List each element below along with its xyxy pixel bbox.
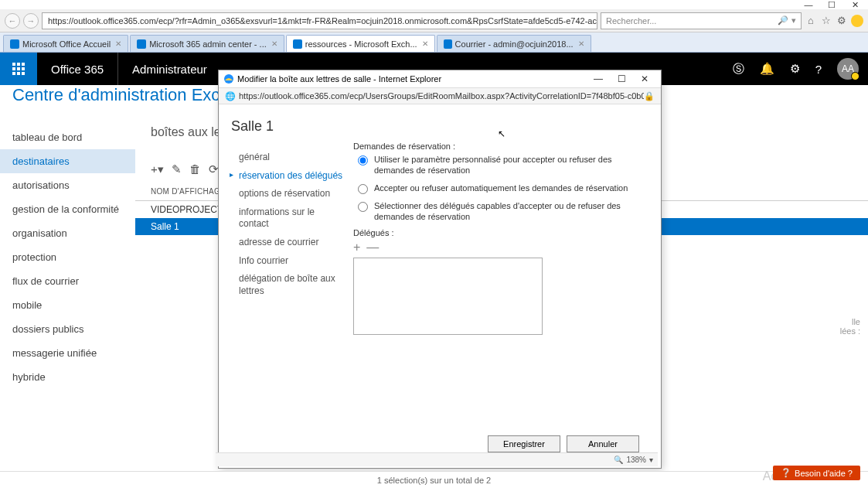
radio-label: Utiliser le paramètre personnalisé pour …: [374, 154, 653, 176]
tab-label: Microsoft 365 admin center - ...: [149, 39, 267, 49]
sidebar-item[interactable]: hybride: [0, 365, 135, 389]
tab-favicon: [444, 39, 452, 49]
radio-option[interactable]: Accepter ou refuser automatiquement les …: [353, 183, 653, 194]
ie-address-bar: ← → https://outlook.office365.com/ecp/?r…: [0, 9, 868, 32]
help-icon[interactable]: ?: [815, 63, 822, 76]
tab-close-icon[interactable]: ✕: [578, 39, 584, 48]
tab-favicon: [10, 39, 19, 49]
tab-close-icon[interactable]: ✕: [115, 39, 121, 48]
minimize-button[interactable]: —: [797, 0, 820, 9]
os-window-controls: — ☐ ✕: [0, 0, 868, 9]
dialog-url-text: https://outlook.office365.com/ecp/UsersG…: [239, 91, 644, 101]
tab-close-icon[interactable]: ✕: [271, 39, 277, 48]
radio-input[interactable]: [358, 202, 368, 212]
forward-button[interactable]: →: [23, 13, 39, 29]
edit-button[interactable]: ✎: [172, 162, 182, 176]
url-field[interactable]: https://outlook.office365.com/ecp/?rfr=A…: [42, 12, 597, 29]
browser-tab[interactable]: Microsoft Office Accueil✕: [3, 35, 128, 52]
avatar[interactable]: AA: [837, 58, 859, 80]
dialog-title-text: Modifier la boîte aux lettres de salle -…: [237, 74, 441, 84]
notifications-icon[interactable]: 🔔: [760, 62, 774, 76]
remove-delegate-button[interactable]: —: [366, 241, 379, 254]
dialog-zoom-bar: 🔍 138% ▾: [216, 452, 658, 466]
radio-option[interactable]: Utiliser le paramètre personnalisé pour …: [353, 154, 653, 176]
app-launcher-button[interactable]: [0, 53, 37, 85]
ie-favicon: [223, 73, 234, 84]
room-name-heading: Salle 1: [231, 118, 347, 135]
dialog-nav-item[interactable]: adresse de courrier: [231, 234, 347, 252]
sidebar-item[interactable]: autorisations: [0, 173, 135, 197]
tab-favicon: [137, 39, 146, 49]
dialog-favicon: 🌐: [225, 91, 236, 101]
radio-label: Accepter ou refuser automatiquement les …: [374, 183, 628, 193]
delegates-listbox[interactable]: [353, 258, 543, 335]
radio-input[interactable]: [358, 184, 368, 194]
search-icon[interactable]: 🔎: [778, 15, 788, 26]
dialog-nav-item[interactable]: Info courrier: [231, 252, 347, 271]
browser-tabs: Microsoft Office Accueil✕Microsoft 365 a…: [0, 32, 868, 53]
delegates-label: Délégués :: [353, 228, 653, 237]
sidebar-item[interactable]: mobile: [0, 293, 135, 317]
sidebar-item[interactable]: gestion de la conformité: [0, 197, 135, 221]
need-help-badge[interactable]: ❔ Besoin d'aide ?: [773, 466, 860, 480]
radio-input[interactable]: [358, 155, 368, 166]
radio-option[interactable]: Sélectionner des délégués capables d'acc…: [353, 200, 653, 223]
dialog-nav-item[interactable]: informations sur le contact: [231, 203, 347, 234]
refresh-button[interactable]: ⟳: [209, 162, 219, 176]
feedback-icon[interactable]: [851, 15, 863, 27]
cancel-button[interactable]: Annuler: [567, 435, 639, 452]
tab-favicon: [293, 39, 302, 49]
dialog-url-bar: 🌐 https://outlook.office365.com/ecp/User…: [219, 87, 661, 104]
search-dropdown-icon[interactable]: ▾: [791, 15, 796, 26]
sidebar-item[interactable]: messagerie unifiée: [0, 341, 135, 365]
tab-label: Courrier - admin@ocjuin2018...: [455, 39, 574, 49]
home-icon[interactable]: ⌂: [805, 15, 817, 27]
dialog-lock-icon: 🔒: [644, 91, 655, 101]
search-field[interactable]: Rechercher... 🔎 ▾: [601, 12, 802, 29]
sidebar-item[interactable]: organisation: [0, 221, 135, 245]
delete-button[interactable]: 🗑: [189, 162, 201, 176]
favorites-icon[interactable]: ☆: [820, 15, 832, 27]
waffle-icon: [12, 63, 25, 75]
sidebar-item[interactable]: protection: [0, 245, 135, 269]
sidebar-item[interactable]: destinataires: [0, 149, 135, 173]
dialog-nav-item[interactable]: réservation des délégués: [231, 167, 347, 186]
sidebar-item[interactable]: dossiers publics: [0, 317, 135, 341]
close-button[interactable]: ✕: [843, 0, 866, 9]
tab-label: ressources - Microsoft Exch...: [305, 39, 417, 49]
brand-label: Office 365: [37, 53, 118, 85]
radio-label: Sélectionner des délégués capables d'acc…: [374, 200, 653, 223]
sidebar-item[interactable]: tableau de bord: [0, 125, 135, 149]
dialog-nav-item[interactable]: général: [231, 148, 347, 167]
settings-icon[interactable]: ⚙: [790, 62, 800, 76]
eac-sidebar: tableau de borddestinatairesautorisation…: [0, 85, 135, 488]
browser-tab[interactable]: ressources - Microsoft Exch...✕: [286, 35, 435, 52]
zoom-icon[interactable]: 🔍: [614, 456, 623, 464]
add-delegate-button[interactable]: +: [353, 241, 360, 254]
save-button[interactable]: Enregistrer: [488, 435, 560, 452]
help-badge-icon: ❔: [781, 468, 791, 478]
maximize-button[interactable]: ☐: [820, 0, 843, 9]
sidebar-item[interactable]: flux de courrier: [0, 269, 135, 293]
status-bar: 1 sélection(s) sur un total de 2: [0, 471, 868, 488]
booking-requests-label: Demandes de réservation :: [353, 142, 653, 151]
tab-close-icon[interactable]: ✕: [422, 39, 428, 48]
help-badge-text: Besoin d'aide ?: [795, 469, 853, 478]
skype-icon[interactable]: Ⓢ: [733, 62, 744, 77]
details-pane-text: lle lées :: [840, 317, 860, 336]
tab-label: Microsoft Office Accueil: [22, 39, 111, 49]
dialog-titlebar: Modifier la boîte aux lettres de salle -…: [219, 70, 661, 87]
back-button[interactable]: ←: [5, 13, 20, 29]
dialog-nav-item[interactable]: options de réservation: [231, 185, 347, 203]
add-button[interactable]: +▾: [151, 162, 164, 176]
dialog-close[interactable]: ✕: [633, 73, 656, 84]
browser-tab[interactable]: Courrier - admin@ocjuin2018...✕: [437, 35, 591, 52]
tools-icon[interactable]: ⚙: [836, 15, 848, 27]
browser-tab[interactable]: Microsoft 365 admin center - ...✕: [130, 35, 284, 52]
dialog-nav-item[interactable]: délégation de boîte aux lettres: [231, 270, 347, 300]
zoom-value: 138%: [626, 456, 646, 464]
zoom-dropdown-icon[interactable]: ▾: [649, 456, 653, 464]
dialog-maximize[interactable]: ☐: [610, 73, 633, 84]
edit-room-dialog: Modifier la boîte aux lettres de salle -…: [218, 70, 662, 469]
dialog-minimize[interactable]: —: [587, 73, 610, 84]
